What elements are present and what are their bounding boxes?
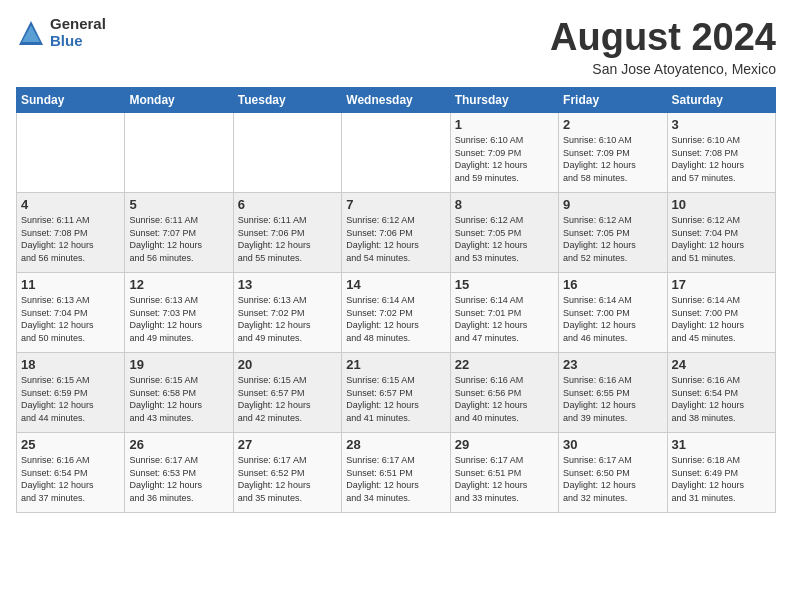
day-number: 9 [563, 197, 662, 212]
calendar-cell: 28Sunrise: 6:17 AM Sunset: 6:51 PM Dayli… [342, 433, 450, 513]
day-info: Sunrise: 6:16 AM Sunset: 6:55 PM Dayligh… [563, 374, 662, 424]
day-number: 15 [455, 277, 554, 292]
calendar-cell: 3Sunrise: 6:10 AM Sunset: 7:08 PM Daylig… [667, 113, 775, 193]
calendar-cell: 21Sunrise: 6:15 AM Sunset: 6:57 PM Dayli… [342, 353, 450, 433]
day-number: 29 [455, 437, 554, 452]
calendar-week-2: 11Sunrise: 6:13 AM Sunset: 7:04 PM Dayli… [17, 273, 776, 353]
day-info: Sunrise: 6:16 AM Sunset: 6:54 PM Dayligh… [21, 454, 120, 504]
calendar-cell: 24Sunrise: 6:16 AM Sunset: 6:54 PM Dayli… [667, 353, 775, 433]
calendar-cell: 4Sunrise: 6:11 AM Sunset: 7:08 PM Daylig… [17, 193, 125, 273]
day-number: 25 [21, 437, 120, 452]
day-info: Sunrise: 6:16 AM Sunset: 6:54 PM Dayligh… [672, 374, 771, 424]
calendar-cell: 19Sunrise: 6:15 AM Sunset: 6:58 PM Dayli… [125, 353, 233, 433]
title-block: August 2024 San Jose Atoyatenco, Mexico [550, 16, 776, 77]
calendar-cell: 7Sunrise: 6:12 AM Sunset: 7:06 PM Daylig… [342, 193, 450, 273]
day-info: Sunrise: 6:12 AM Sunset: 7:04 PM Dayligh… [672, 214, 771, 264]
calendar-cell: 8Sunrise: 6:12 AM Sunset: 7:05 PM Daylig… [450, 193, 558, 273]
logo: General Blue [16, 16, 106, 49]
day-info: Sunrise: 6:15 AM Sunset: 6:59 PM Dayligh… [21, 374, 120, 424]
header-day-wednesday: Wednesday [342, 88, 450, 113]
calendar-cell: 2Sunrise: 6:10 AM Sunset: 7:09 PM Daylig… [559, 113, 667, 193]
day-info: Sunrise: 6:11 AM Sunset: 7:08 PM Dayligh… [21, 214, 120, 264]
day-info: Sunrise: 6:14 AM Sunset: 7:00 PM Dayligh… [563, 294, 662, 344]
day-number: 8 [455, 197, 554, 212]
day-number: 4 [21, 197, 120, 212]
day-number: 22 [455, 357, 554, 372]
day-number: 3 [672, 117, 771, 132]
day-info: Sunrise: 6:11 AM Sunset: 7:07 PM Dayligh… [129, 214, 228, 264]
calendar-cell: 11Sunrise: 6:13 AM Sunset: 7:04 PM Dayli… [17, 273, 125, 353]
day-number: 14 [346, 277, 445, 292]
calendar-cell: 18Sunrise: 6:15 AM Sunset: 6:59 PM Dayli… [17, 353, 125, 433]
calendar-cell: 6Sunrise: 6:11 AM Sunset: 7:06 PM Daylig… [233, 193, 341, 273]
calendar-cell: 16Sunrise: 6:14 AM Sunset: 7:00 PM Dayli… [559, 273, 667, 353]
calendar-week-4: 25Sunrise: 6:16 AM Sunset: 6:54 PM Dayli… [17, 433, 776, 513]
day-number: 1 [455, 117, 554, 132]
day-number: 30 [563, 437, 662, 452]
day-number: 13 [238, 277, 337, 292]
day-number: 23 [563, 357, 662, 372]
day-info: Sunrise: 6:17 AM Sunset: 6:52 PM Dayligh… [238, 454, 337, 504]
calendar-table: SundayMondayTuesdayWednesdayThursdayFrid… [16, 87, 776, 513]
calendar-cell: 26Sunrise: 6:17 AM Sunset: 6:53 PM Dayli… [125, 433, 233, 513]
calendar-cell: 29Sunrise: 6:17 AM Sunset: 6:51 PM Dayli… [450, 433, 558, 513]
day-info: Sunrise: 6:17 AM Sunset: 6:51 PM Dayligh… [346, 454, 445, 504]
calendar-cell: 22Sunrise: 6:16 AM Sunset: 6:56 PM Dayli… [450, 353, 558, 433]
day-number: 27 [238, 437, 337, 452]
logo-icon [16, 18, 46, 48]
calendar-week-1: 4Sunrise: 6:11 AM Sunset: 7:08 PM Daylig… [17, 193, 776, 273]
day-info: Sunrise: 6:10 AM Sunset: 7:08 PM Dayligh… [672, 134, 771, 184]
day-number: 20 [238, 357, 337, 372]
calendar-cell [233, 113, 341, 193]
calendar-cell: 27Sunrise: 6:17 AM Sunset: 6:52 PM Dayli… [233, 433, 341, 513]
calendar-cell: 30Sunrise: 6:17 AM Sunset: 6:50 PM Dayli… [559, 433, 667, 513]
calendar-cell: 13Sunrise: 6:13 AM Sunset: 7:02 PM Dayli… [233, 273, 341, 353]
calendar-cell: 1Sunrise: 6:10 AM Sunset: 7:09 PM Daylig… [450, 113, 558, 193]
day-number: 28 [346, 437, 445, 452]
day-info: Sunrise: 6:14 AM Sunset: 7:02 PM Dayligh… [346, 294, 445, 344]
day-info: Sunrise: 6:15 AM Sunset: 6:57 PM Dayligh… [346, 374, 445, 424]
calendar-cell: 5Sunrise: 6:11 AM Sunset: 7:07 PM Daylig… [125, 193, 233, 273]
day-info: Sunrise: 6:17 AM Sunset: 6:53 PM Dayligh… [129, 454, 228, 504]
logo-blue-text: Blue [50, 33, 106, 50]
day-info: Sunrise: 6:10 AM Sunset: 7:09 PM Dayligh… [455, 134, 554, 184]
header-day-monday: Monday [125, 88, 233, 113]
header-day-friday: Friday [559, 88, 667, 113]
calendar-cell [342, 113, 450, 193]
calendar-cell: 20Sunrise: 6:15 AM Sunset: 6:57 PM Dayli… [233, 353, 341, 433]
calendar-cell: 25Sunrise: 6:16 AM Sunset: 6:54 PM Dayli… [17, 433, 125, 513]
header-day-sunday: Sunday [17, 88, 125, 113]
calendar-cell: 15Sunrise: 6:14 AM Sunset: 7:01 PM Dayli… [450, 273, 558, 353]
day-info: Sunrise: 6:12 AM Sunset: 7:05 PM Dayligh… [563, 214, 662, 264]
logo-text: General Blue [50, 16, 106, 49]
day-info: Sunrise: 6:16 AM Sunset: 6:56 PM Dayligh… [455, 374, 554, 424]
day-info: Sunrise: 6:11 AM Sunset: 7:06 PM Dayligh… [238, 214, 337, 264]
header-day-tuesday: Tuesday [233, 88, 341, 113]
calendar-header: SundayMondayTuesdayWednesdayThursdayFrid… [17, 88, 776, 113]
header-day-thursday: Thursday [450, 88, 558, 113]
calendar-cell: 9Sunrise: 6:12 AM Sunset: 7:05 PM Daylig… [559, 193, 667, 273]
day-number: 12 [129, 277, 228, 292]
header-day-saturday: Saturday [667, 88, 775, 113]
day-number: 10 [672, 197, 771, 212]
header-row: SundayMondayTuesdayWednesdayThursdayFrid… [17, 88, 776, 113]
day-number: 11 [21, 277, 120, 292]
day-number: 21 [346, 357, 445, 372]
day-number: 31 [672, 437, 771, 452]
day-info: Sunrise: 6:14 AM Sunset: 7:00 PM Dayligh… [672, 294, 771, 344]
day-info: Sunrise: 6:17 AM Sunset: 6:51 PM Dayligh… [455, 454, 554, 504]
logo-general-text: General [50, 16, 106, 33]
calendar-week-0: 1Sunrise: 6:10 AM Sunset: 7:09 PM Daylig… [17, 113, 776, 193]
day-info: Sunrise: 6:13 AM Sunset: 7:04 PM Dayligh… [21, 294, 120, 344]
calendar-cell: 10Sunrise: 6:12 AM Sunset: 7:04 PM Dayli… [667, 193, 775, 273]
calendar-cell [125, 113, 233, 193]
day-number: 17 [672, 277, 771, 292]
day-info: Sunrise: 6:15 AM Sunset: 6:58 PM Dayligh… [129, 374, 228, 424]
day-info: Sunrise: 6:17 AM Sunset: 6:50 PM Dayligh… [563, 454, 662, 504]
day-number: 24 [672, 357, 771, 372]
calendar-cell: 14Sunrise: 6:14 AM Sunset: 7:02 PM Dayli… [342, 273, 450, 353]
day-info: Sunrise: 6:12 AM Sunset: 7:05 PM Dayligh… [455, 214, 554, 264]
location-text: San Jose Atoyatenco, Mexico [550, 61, 776, 77]
day-number: 18 [21, 357, 120, 372]
day-info: Sunrise: 6:13 AM Sunset: 7:03 PM Dayligh… [129, 294, 228, 344]
